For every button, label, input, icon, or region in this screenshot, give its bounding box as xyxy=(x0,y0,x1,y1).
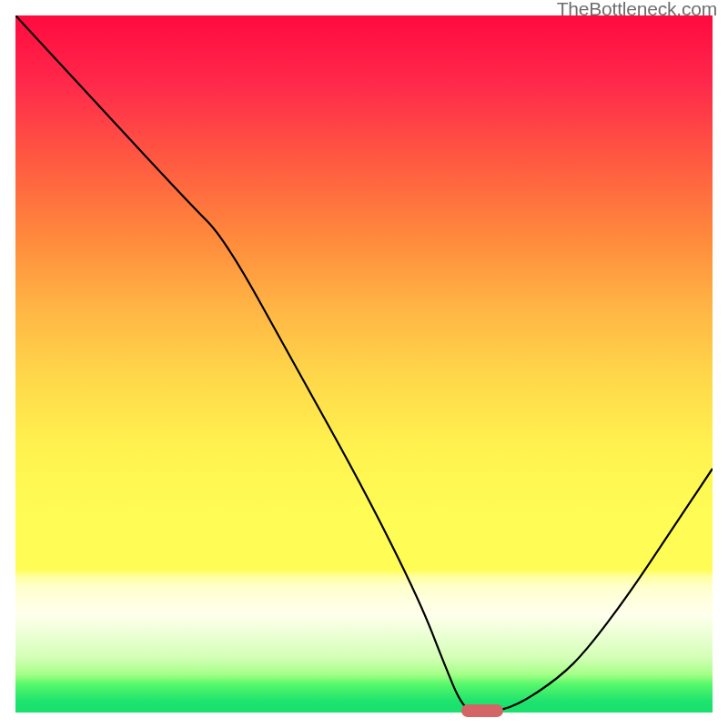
bottleneck-curve-path xyxy=(15,15,713,713)
watermark-text: TheBottleneck.com xyxy=(557,0,717,20)
bottleneck-chart: TheBottleneck.com xyxy=(0,0,728,728)
chart-curve-layer xyxy=(15,15,713,713)
optimal-range-marker xyxy=(461,704,503,717)
